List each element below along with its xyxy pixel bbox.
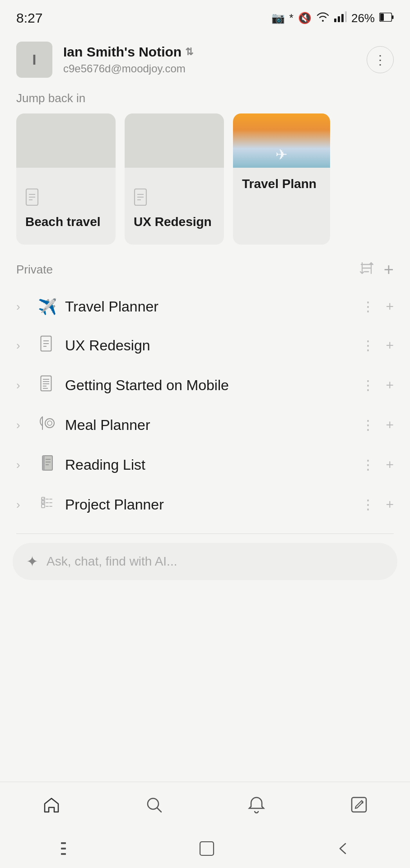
- nav-options-button[interactable]: ⋮: [361, 498, 375, 511]
- nav-item-getting-started[interactable]: › Getting Started on Mobile ⋮ +: [5, 365, 405, 405]
- card-title-beach-travel: Beach travel: [25, 215, 107, 229]
- search-icon: [144, 795, 164, 819]
- nav-title-travel-planner: Travel Planner: [60, 298, 361, 315]
- card-travel-planner[interactable]: ✈ Travel Plann: [233, 113, 330, 245]
- account-email: c9e5676d@moodjoy.com: [63, 62, 193, 75]
- book-icon: [35, 455, 60, 475]
- android-back-button[interactable]: [336, 841, 349, 859]
- nav-item-project-planner[interactable]: › Project Planner ⋮ +: [5, 485, 405, 524]
- add-page-button[interactable]: +: [384, 260, 394, 279]
- expand-chevron-icon: ›: [16, 300, 35, 314]
- expand-chevron-icon: ›: [16, 418, 35, 432]
- nav-options-button[interactable]: ⋮: [361, 418, 375, 432]
- bell-icon: [247, 795, 266, 819]
- wifi-icon: [316, 11, 330, 25]
- ai-input-container: ✦ Ask, chat, find with AI...: [0, 543, 410, 591]
- private-label: Private: [16, 263, 53, 277]
- jump-back-in-label: Jump back in: [0, 87, 410, 113]
- account-info: Ian Smith's Notion ⇅ c9e5676d@moodjoy.co…: [63, 44, 193, 75]
- svg-rect-38: [42, 505, 45, 508]
- nav-add-button[interactable]: +: [386, 339, 394, 352]
- document-icon: [35, 335, 60, 355]
- card-body: Travel Plann: [233, 168, 330, 196]
- nav-list: › ✈️ Travel Planner ⋮ + › UX Redesign ⋮ …: [0, 288, 410, 524]
- nav-item-travel-planner[interactable]: › ✈️ Travel Planner ⋮ +: [5, 288, 405, 326]
- nav-title-ux-redesign: UX Redesign: [60, 337, 361, 354]
- status-bar: 8:27 📷 * 🔇 26%: [0, 0, 410, 33]
- sort-button[interactable]: [359, 261, 375, 279]
- expand-chevron-icon: ›: [16, 378, 35, 392]
- expand-chevron-icon: ›: [16, 339, 35, 353]
- card-body: Beach travel: [16, 168, 116, 245]
- mute-icon: 🔇: [298, 12, 312, 24]
- bottom-navigation: [0, 782, 410, 832]
- android-menu-button[interactable]: [61, 842, 77, 858]
- svg-point-27: [47, 421, 52, 425]
- nav-add-button[interactable]: +: [386, 458, 394, 472]
- lines-document-icon: [35, 375, 60, 395]
- nav-title-meal-planner: Meal Planner: [60, 417, 361, 434]
- expand-chevron-icon: ›: [16, 498, 35, 512]
- svg-rect-44: [61, 853, 66, 855]
- signal-icon: [334, 11, 347, 25]
- nav-title-getting-started: Getting Started on Mobile: [60, 377, 361, 394]
- meal-icon: [35, 415, 60, 435]
- three-dots-icon: ⋮: [374, 52, 387, 67]
- nav-title-reading-list: Reading List: [60, 457, 361, 473]
- nav-item-actions: ⋮ +: [361, 498, 394, 511]
- nav-item-actions: ⋮ +: [361, 378, 394, 392]
- nav-options-button[interactable]: ⋮: [361, 300, 375, 313]
- nav-item-ux-redesign[interactable]: › UX Redesign ⋮ +: [5, 326, 405, 365]
- svg-rect-2: [341, 14, 344, 22]
- svg-rect-3: [345, 11, 347, 22]
- nav-add-button[interactable]: +: [386, 378, 394, 392]
- bluetooth-icon: *: [289, 12, 294, 24]
- home-icon: [42, 795, 61, 819]
- nav-options-button[interactable]: ⋮: [361, 378, 375, 392]
- svg-line-40: [157, 808, 161, 812]
- recent-cards-row: Beach travel UX Redesign ✈ Travel Plann: [0, 113, 410, 245]
- card-image-travel: ✈: [233, 113, 330, 168]
- account-header: I Ian Smith's Notion ⇅ c9e5676d@moodjoy.…: [0, 33, 410, 87]
- plane-icon: ✈: [275, 146, 288, 163]
- nav-item-reading-list[interactable]: › Reading List ⋮ +: [5, 445, 405, 485]
- workspace-chevron-icon: ⇅: [185, 46, 193, 58]
- ai-star-icon: ✦: [26, 553, 38, 570]
- nav-item-actions: ⋮ +: [361, 418, 394, 432]
- nav-search-button[interactable]: [130, 790, 177, 824]
- private-section-header: Private +: [0, 245, 410, 288]
- nav-notifications-button[interactable]: [233, 790, 280, 824]
- nav-add-button[interactable]: +: [386, 300, 394, 313]
- private-actions: +: [359, 260, 394, 279]
- svg-rect-29: [42, 456, 45, 470]
- nav-title-project-planner: Project Planner: [60, 496, 361, 513]
- divider: [16, 533, 394, 534]
- account-name[interactable]: Ian Smith's Notion ⇅: [63, 44, 193, 60]
- svg-rect-45: [200, 842, 214, 855]
- battery-text: 26%: [351, 11, 375, 25]
- more-options-button[interactable]: ⋮: [367, 46, 394, 73]
- svg-rect-0: [334, 19, 336, 22]
- document-icon: [134, 188, 215, 210]
- card-beach-travel[interactable]: Beach travel: [16, 113, 116, 245]
- nav-add-button[interactable]: +: [386, 418, 394, 432]
- android-nav-bar: [0, 832, 410, 868]
- nav-item-meal-planner[interactable]: › Meal Planner ⋮ +: [5, 405, 405, 445]
- card-ux-redesign[interactable]: UX Redesign: [125, 113, 224, 245]
- avatar[interactable]: I: [16, 42, 52, 78]
- nav-add-button[interactable]: +: [386, 498, 394, 511]
- nav-edit-button[interactable]: [335, 790, 382, 824]
- nav-options-button[interactable]: ⋮: [361, 458, 375, 472]
- nav-item-actions: ⋮ +: [361, 458, 394, 472]
- android-home-button[interactable]: [199, 841, 214, 859]
- expand-chevron-icon: ›: [16, 458, 35, 472]
- account-left: I Ian Smith's Notion ⇅ c9e5676d@moodjoy.…: [16, 42, 193, 78]
- camera-icon: 📷: [271, 12, 285, 24]
- card-title-ux-redesign: UX Redesign: [134, 215, 215, 229]
- ai-search-bar[interactable]: ✦ Ask, chat, find with AI...: [13, 543, 397, 580]
- battery-icon: [379, 12, 394, 24]
- nav-home-button[interactable]: [28, 790, 75, 824]
- nav-options-button[interactable]: ⋮: [361, 339, 375, 352]
- status-icons: 📷 * 🔇 26%: [271, 11, 394, 25]
- nav-item-actions: ⋮ +: [361, 339, 394, 352]
